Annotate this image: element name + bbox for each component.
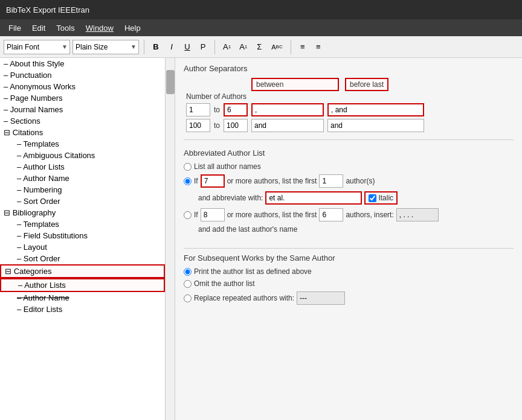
subsequent-radio3-row: Replace repeated authors with: bbox=[184, 291, 514, 305]
title-bar: BibTeX Export IEEEtran bbox=[0, 0, 522, 19]
abbreviate-with-label: and abbreviate with: bbox=[198, 194, 263, 202]
content-panel: Author Separators between before last Nu… bbox=[175, 58, 522, 420]
radio-if-8[interactable] bbox=[184, 211, 192, 219]
menu-bar: File Edit Tools Window Help bbox=[0, 19, 522, 36]
sidebar-item-authorlists-cat[interactable]: – Author Lists bbox=[0, 278, 165, 292]
p-button[interactable]: P bbox=[196, 39, 210, 55]
subsequent-radio3-label: Replace repeated authors with: bbox=[194, 294, 294, 302]
radio-if-7-label: If bbox=[194, 177, 198, 185]
title-text: BibTeX Export IEEEtran bbox=[6, 5, 89, 14]
radio-if-8-value1[interactable] bbox=[201, 208, 225, 221]
radio-if-7-value1[interactable] bbox=[201, 174, 225, 188]
radio-if-8-row: If or more authors, list the first autho… bbox=[184, 208, 514, 221]
subsequent-works-title: For Subsequent Works by the Same Author bbox=[184, 253, 514, 262]
radio-if-7-middle: or more authors, list the first bbox=[227, 177, 317, 185]
size-select-wrapper: Plain Size ▼ bbox=[72, 40, 139, 54]
subsequent-works-section: For Subsequent Works by the Same Author … bbox=[184, 253, 514, 305]
toolbar: Plain Font ▼ Plain Size ▼ B I U P A1 A1 … bbox=[0, 36, 522, 58]
sidebar-scrollbar[interactable] bbox=[165, 58, 175, 420]
divider-1 bbox=[184, 139, 514, 140]
subsequent-radio3-input[interactable] bbox=[297, 291, 345, 305]
align-left-button[interactable]: ≡ bbox=[296, 39, 309, 55]
align-right-button[interactable]: ≡ bbox=[312, 39, 325, 55]
divider-2 bbox=[184, 248, 514, 249]
sidebar-item-about[interactable]: – About this Style bbox=[0, 58, 165, 69]
sidebar-item-citations[interactable]: ⊟ Citations bbox=[0, 127, 165, 138]
row2-to-input[interactable] bbox=[224, 119, 248, 132]
sidebar-item-ambiguous[interactable]: – Ambiguous Citations bbox=[0, 150, 165, 161]
sidebar-item-pagenumbers[interactable]: – Page Numbers bbox=[0, 92, 165, 104]
menu-file[interactable]: File bbox=[4, 22, 26, 34]
menu-help[interactable]: Help bbox=[120, 22, 146, 34]
sidebar-item-authorname-cat[interactable]: – Author Name bbox=[0, 292, 165, 304]
toolbar-divider-1 bbox=[144, 40, 144, 54]
abbreviate-with-input[interactable] bbox=[265, 191, 362, 205]
sidebar-item-authorlists-cit[interactable]: – Author Lists bbox=[0, 161, 165, 173]
author-separators-section: Author Separators between before last Nu… bbox=[184, 64, 514, 132]
radio-if-8-value2[interactable] bbox=[319, 208, 343, 221]
italic-button[interactable]: I bbox=[165, 39, 178, 55]
sidebar-item-fieldsubstitutions[interactable]: – Field Substitutions bbox=[0, 230, 165, 241]
radio-if-8-suffix: authors, insert: bbox=[346, 211, 393, 219]
underline-button[interactable]: U bbox=[181, 39, 194, 55]
subsequent-radio3[interactable] bbox=[184, 294, 192, 302]
col-header-beforelast: before last bbox=[345, 78, 388, 91]
radio-if-8-insert[interactable] bbox=[396, 208, 439, 221]
sidebar-item-authorname-cit[interactable]: – Author Name bbox=[0, 173, 165, 184]
radio-list-all-label: List all author names bbox=[194, 162, 261, 171]
add-last-author-text: and add the last author's name bbox=[184, 225, 514, 234]
radio-if-7-row: If or more authors, list the first autho… bbox=[184, 174, 514, 188]
bold-button[interactable]: B bbox=[149, 39, 163, 55]
superscript-button[interactable]: A1 bbox=[220, 39, 234, 55]
subsequent-radio2-label: Omit the author list bbox=[194, 279, 255, 288]
row1-beforelast-input[interactable] bbox=[327, 103, 424, 116]
menu-tools[interactable]: Tools bbox=[51, 22, 79, 34]
font-select-wrapper: Plain Font ▼ bbox=[4, 40, 70, 54]
sidebar-item-anonymous[interactable]: – Anonymous Works bbox=[0, 81, 165, 92]
radio-if-7[interactable] bbox=[184, 177, 192, 185]
radio-if-8-middle: or more authors, list the first bbox=[227, 211, 317, 219]
sidebar-item-templates-cit[interactable]: – Templates bbox=[0, 138, 165, 150]
sidebar-item-punctuation[interactable]: – Punctuation bbox=[0, 69, 165, 81]
sigma-button[interactable]: Σ bbox=[253, 39, 266, 55]
menu-window[interactable]: Window bbox=[81, 22, 118, 34]
sidebar-item-sortorder-cit[interactable]: – Sort Order bbox=[0, 196, 165, 207]
sidebar-item-layout[interactable]: – Layout bbox=[0, 241, 165, 253]
row1-from-input[interactable] bbox=[186, 103, 210, 116]
size-select[interactable]: Plain Size bbox=[72, 40, 139, 54]
subscript-button[interactable]: A1 bbox=[236, 39, 250, 55]
subsequent-radio1[interactable] bbox=[184, 268, 192, 276]
sidebar-item-numbering[interactable]: – Numbering bbox=[0, 184, 165, 196]
sidebar-item-sortorder-bib[interactable]: – Sort Order bbox=[0, 253, 165, 264]
sidebar-item-categories[interactable]: ⊟ Categories bbox=[0, 264, 165, 278]
radio-if-7-suffix: author(s) bbox=[346, 177, 375, 185]
sidebar-item-editorlists[interactable]: – Editor Lists bbox=[0, 304, 165, 315]
subsequent-radio1-label: Print the author list as defined above bbox=[194, 267, 312, 276]
subsequent-radio2-row: Omit the author list bbox=[184, 279, 514, 288]
sidebar-item-bibliography[interactable]: ⊟ Bibliography bbox=[0, 207, 165, 218]
radio-list-all[interactable] bbox=[184, 163, 192, 171]
sidebar: – About this Style – Punctuation – Anony… bbox=[0, 58, 175, 420]
row2-between-input[interactable] bbox=[251, 119, 324, 132]
abbreviated-author-list-title: Abbreviated Author List bbox=[184, 148, 514, 158]
sidebar-item-journalnames[interactable]: – Journal Names bbox=[0, 104, 165, 115]
font-select[interactable]: Plain Font bbox=[4, 40, 70, 54]
subsequent-radio1-row: Print the author list as defined above bbox=[184, 267, 514, 276]
italic-checkbox[interactable] bbox=[369, 194, 376, 202]
italic-label: Italic bbox=[378, 194, 393, 202]
sidebar-item-templates-bib[interactable]: – Templates bbox=[0, 218, 165, 230]
menu-edit[interactable]: Edit bbox=[27, 22, 50, 34]
sidebar-item-sections[interactable]: – Sections bbox=[0, 115, 165, 127]
toolbar-divider-2 bbox=[214, 40, 215, 54]
subsequent-radio2[interactable] bbox=[184, 280, 192, 288]
sidebar-scroll-thumb[interactable] bbox=[166, 70, 175, 94]
row2-beforelast-input[interactable] bbox=[327, 119, 424, 132]
abbreviated-author-list-section: Abbreviated Author List List all author … bbox=[184, 145, 514, 241]
abc-button[interactable]: ABC bbox=[268, 39, 285, 55]
row1-to-input[interactable] bbox=[224, 103, 248, 116]
toolbar-divider-3 bbox=[291, 40, 291, 54]
row2-from-input[interactable] bbox=[186, 119, 210, 132]
radio-if-7-value2[interactable] bbox=[319, 174, 343, 188]
row1-between-input[interactable] bbox=[251, 103, 324, 116]
radio-if-8-label: If bbox=[194, 211, 198, 219]
